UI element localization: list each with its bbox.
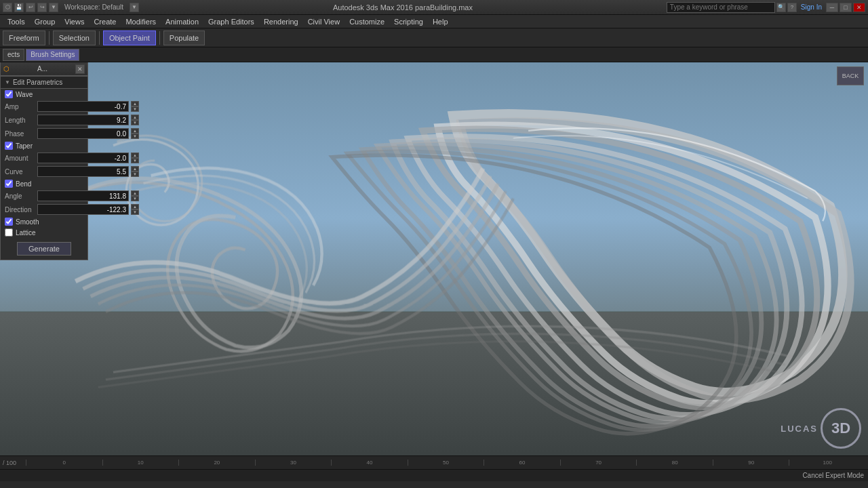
amount-label: Amount bbox=[5, 155, 35, 162]
watermark-text: LUCAS bbox=[781, 424, 818, 434]
viewport-3d[interactable]: [Shaded] bbox=[0, 62, 868, 455]
bend-checkbox-row: Bend bbox=[1, 178, 87, 189]
panel-close-button[interactable]: ✕ bbox=[75, 64, 85, 74]
length-input[interactable] bbox=[37, 115, 129, 125]
menu-tools[interactable]: Tools bbox=[3, 16, 30, 27]
menu-modifiers[interactable]: Modifiers bbox=[121, 16, 161, 27]
tab-brush-settings[interactable]: Brush Settings bbox=[26, 49, 79, 61]
taper-checkbox-row: Taper bbox=[1, 140, 87, 151]
amount-down[interactable]: ▼ bbox=[131, 158, 139, 163]
amount-input[interactable] bbox=[37, 152, 129, 163]
generate-button[interactable]: Generate bbox=[17, 242, 71, 256]
menu-graph-editors[interactable]: Graph Editors bbox=[203, 16, 259, 27]
tick-100: 100 bbox=[789, 460, 865, 466]
menu-civil-view[interactable]: Civil View bbox=[303, 16, 344, 27]
amp-up[interactable]: ▲ bbox=[131, 101, 139, 106]
close-btn[interactable]: ✕ bbox=[853, 3, 865, 12]
menu-group[interactable]: Group bbox=[30, 16, 60, 27]
help-btn[interactable]: ? bbox=[787, 3, 797, 12]
length-label: Length bbox=[5, 117, 35, 124]
menu-customize[interactable]: Customize bbox=[344, 16, 389, 27]
tick-60: 60 bbox=[484, 460, 560, 466]
lattice-checkbox[interactable] bbox=[5, 228, 13, 237]
bend-checkbox[interactable] bbox=[5, 180, 13, 188]
workspace-label: Workspace: Default bbox=[60, 3, 127, 11]
menu-scripting[interactable]: Scripting bbox=[389, 16, 428, 27]
angle-spinners: ▲ ▼ bbox=[131, 190, 139, 201]
tab-ects[interactable]: ects bbox=[3, 49, 24, 61]
tick-0: 0 bbox=[26, 460, 102, 466]
curve-down[interactable]: ▼ bbox=[131, 171, 139, 177]
wave-checkbox[interactable] bbox=[5, 90, 13, 98]
watermark: LUCAS 3D bbox=[781, 408, 861, 449]
search-btn[interactable]: 🔍 bbox=[776, 3, 786, 12]
menu-create[interactable]: Create bbox=[89, 16, 121, 27]
bend-angle-row: Angle ▲ ▼ bbox=[1, 189, 87, 203]
smooth-checkbox[interactable] bbox=[5, 218, 13, 226]
toolbar-populate[interactable]: Populate bbox=[163, 30, 205, 45]
tab-strip: ects Brush Settings bbox=[0, 47, 868, 62]
phase-input[interactable] bbox=[37, 128, 129, 139]
smooth-checkbox-row: Smooth bbox=[1, 216, 87, 227]
curve-input[interactable] bbox=[37, 166, 129, 177]
phase-label: Phase bbox=[5, 130, 35, 138]
minimize-btn[interactable]: ─ bbox=[826, 3, 838, 12]
length-up[interactable]: ▲ bbox=[131, 115, 139, 120]
tick-10: 10 bbox=[102, 460, 179, 466]
direction-label: Direction bbox=[5, 206, 35, 214]
angle-down[interactable]: ▼ bbox=[131, 196, 139, 201]
undo[interactable]: ↩ bbox=[26, 3, 35, 12]
status-bar: Cancel Expert Mode bbox=[0, 469, 868, 481]
amount-up[interactable]: ▲ bbox=[131, 152, 139, 158]
taper-curve-row: Curve ▲ ▼ bbox=[1, 165, 87, 178]
tick-20: 20 bbox=[178, 460, 255, 466]
curve-up[interactable]: ▲ bbox=[131, 166, 139, 171]
app-menu[interactable]: ▼ bbox=[49, 3, 58, 12]
statusbar-right: Cancel Expert Mode bbox=[802, 472, 864, 479]
direction-input[interactable] bbox=[37, 204, 129, 215]
tick-70: 70 bbox=[560, 460, 637, 466]
bend-label: Bend bbox=[16, 180, 31, 188]
angle-input[interactable] bbox=[37, 190, 129, 201]
toolbar-object-paint[interactable]: Object Paint bbox=[103, 30, 156, 45]
redo[interactable]: ↪ bbox=[37, 3, 47, 12]
back-button[interactable]: BACK bbox=[837, 66, 864, 85]
maximize-btn[interactable]: □ bbox=[840, 3, 852, 12]
taper-amount-row: Amount ▲ ▼ bbox=[1, 151, 87, 165]
amp-input[interactable] bbox=[37, 101, 129, 112]
search-input[interactable] bbox=[667, 2, 775, 13]
menu-rendering[interactable]: Rendering bbox=[259, 16, 303, 27]
curve-spinners: ▲ ▼ bbox=[131, 166, 139, 177]
toolbar-freeform[interactable]: Freeform bbox=[3, 30, 45, 45]
length-down[interactable]: ▼ bbox=[131, 120, 139, 125]
menu-bar: Tools Group Views Create Modifiers Anima… bbox=[0, 15, 868, 28]
amp-down[interactable]: ▼ bbox=[131, 106, 139, 112]
tick-30: 30 bbox=[255, 460, 332, 466]
toolbar-sep-2 bbox=[99, 31, 100, 45]
direction-down[interactable]: ▼ bbox=[131, 209, 139, 215]
angle-up[interactable]: ▲ bbox=[131, 190, 139, 196]
lattice-label: Lattice bbox=[16, 229, 35, 237]
tick-80: 80 bbox=[636, 460, 713, 466]
phase-up[interactable]: ▲ bbox=[131, 128, 139, 134]
sign-in[interactable]: Sign In bbox=[798, 3, 825, 11]
wave-amp-row: Amp ▲ ▼ bbox=[1, 100, 87, 113]
phase-spinners: ▲ ▼ bbox=[131, 128, 139, 139]
menu-views[interactable]: Views bbox=[60, 16, 89, 27]
menu-help[interactable]: Help bbox=[428, 16, 453, 27]
workspace-dropdown[interactable]: ▼ bbox=[130, 3, 139, 12]
menu-animation[interactable]: Animation bbox=[161, 16, 203, 27]
section-edit-parametrics[interactable]: ▼ Edit Parametrics bbox=[1, 76, 87, 89]
lattice-checkbox-row: Lattice bbox=[1, 227, 87, 238]
phase-down[interactable]: ▼ bbox=[131, 134, 139, 139]
direction-up[interactable]: ▲ bbox=[131, 204, 139, 209]
main-toolbar: Freeform Selection Object Paint Populate bbox=[0, 28, 868, 47]
wave-length-row: Length ▲ ▼ bbox=[1, 113, 87, 127]
quick-save[interactable]: 💾 bbox=[14, 3, 24, 12]
taper-checkbox[interactable] bbox=[5, 142, 13, 150]
direction-spinners: ▲ ▼ bbox=[131, 204, 139, 215]
toolbar-selection[interactable]: Selection bbox=[53, 30, 96, 45]
app-title: Autodesk 3ds Max 2016 paraBuilding.max bbox=[139, 3, 667, 12]
model-render-svg bbox=[0, 62, 868, 455]
curve-label: Curve bbox=[5, 168, 35, 176]
